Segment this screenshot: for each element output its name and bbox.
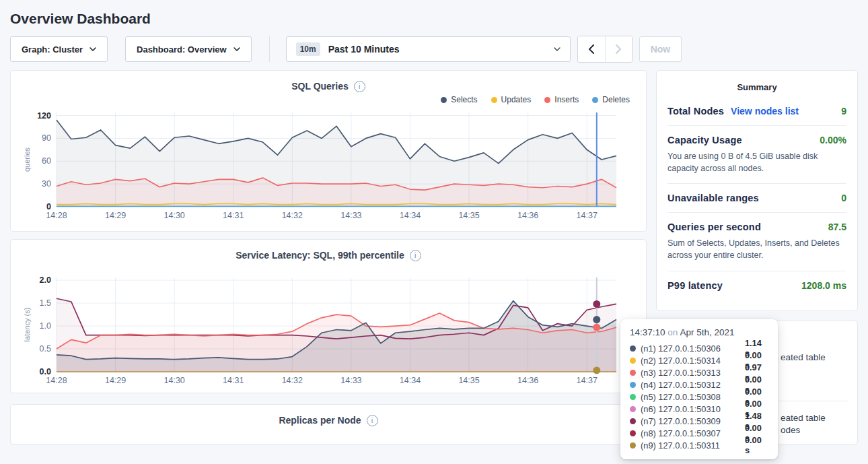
view-nodes-list-link[interactable]: View nodes list	[731, 106, 799, 117]
legend-dot	[544, 97, 550, 103]
summary-label: P99 latency	[667, 280, 723, 291]
chevron-down-icon	[89, 47, 96, 51]
event-text-fragment: eated table	[781, 352, 826, 362]
time-next-button[interactable]	[605, 36, 632, 62]
svg-text:0.5: 0.5	[40, 344, 51, 354]
time-prev-button[interactable]	[578, 36, 605, 62]
summary-value: 0.00%	[820, 135, 846, 145]
node-color-dot	[630, 418, 636, 424]
summary-panel: Summary Total Nodes View nodes list 9 Ca…	[656, 70, 858, 311]
chevron-down-icon	[554, 47, 560, 51]
node-address: (n4) 127.0.0.1:50312	[641, 380, 740, 390]
node-address: (n3) 127.0.0.1:50313	[641, 368, 740, 378]
events-divider	[771, 401, 848, 401]
node-color-dot	[630, 442, 636, 449]
dashboard-dropdown[interactable]: Dashboard: Overview	[125, 36, 252, 62]
summary-label: Capacity Usage	[667, 135, 742, 145]
svg-text:queries: queries	[23, 147, 31, 172]
legend-item-updates: Updates	[491, 95, 532, 104]
svg-text:14:28: 14:28	[46, 211, 67, 220]
crosshair-dot	[593, 316, 600, 323]
legend-dot	[592, 97, 598, 103]
svg-text:14:33: 14:33	[340, 211, 361, 220]
summary-heading: Summary	[667, 71, 846, 97]
chevron-down-icon	[233, 47, 240, 51]
svg-text:14:31: 14:31	[223, 211, 244, 220]
chevron-right-icon	[615, 44, 622, 54]
chart-header: SQL Queries	[22, 79, 635, 94]
replicas-per-node-panel: Replicas per Node	[10, 404, 647, 444]
svg-text:14:32: 14:32	[282, 211, 303, 220]
svg-text:14:29: 14:29	[105, 211, 126, 220]
node-color-dot	[630, 358, 636, 364]
sql-queries-svg: 14:2814:2914:3014:3114:3214:3314:3414:35…	[22, 107, 635, 223]
node-color-dot	[630, 394, 636, 400]
svg-text:30: 30	[42, 179, 51, 189]
svg-text:14:28: 14:28	[46, 376, 67, 385]
crosshair-dot	[593, 366, 600, 374]
legend-dot	[441, 97, 447, 103]
info-icon[interactable]	[410, 250, 421, 261]
svg-text:0: 0	[46, 202, 51, 211]
summary-row-queries-per-second: Queries per second 87.5 Sum of Selects, …	[667, 212, 846, 270]
node-color-dot	[630, 382, 636, 388]
node-address: (n8) 127.0.0.1:50307	[641, 428, 740, 438]
tooltip-node-rows: (n1) 127.0.0.1:503061.14 s(n2) 127.0.0.1…	[630, 342, 768, 451]
legend-item-selects: Selects	[441, 95, 477, 104]
info-icon[interactable]	[354, 81, 365, 92]
crosshair-dot	[593, 324, 600, 331]
svg-text:14:33: 14:33	[340, 376, 361, 385]
node-address: (n2) 127.0.0.1:50314	[641, 356, 740, 366]
svg-text:14:32: 14:32	[282, 376, 303, 385]
overview-dashboard-page: Overview Dashboard Graph: Cluster Dashbo…	[0, 11, 868, 444]
svg-text:120: 120	[37, 111, 51, 121]
legend-label: Inserts	[554, 95, 579, 104]
summary-label: Queries per second	[667, 222, 761, 232]
node-address: (n1) 127.0.0.1:50306	[641, 343, 740, 354]
chart-header: Replicas per Node	[22, 413, 635, 428]
svg-text:14:29: 14:29	[105, 376, 126, 385]
sql-queries-chart[interactable]: 14:2814:2914:3014:3114:3214:3314:3414:35…	[22, 107, 635, 226]
tooltip-timestamp: 14:37:10 on Apr 5th, 2021	[630, 327, 768, 337]
summary-value: 87.5	[828, 222, 846, 232]
sql-queries-panel: SQL Queries SelectsUpdatesInsertsDeletes…	[10, 70, 647, 232]
legend-item-inserts: Inserts	[544, 95, 579, 104]
controls-bar: Graph: Cluster Dashboard: Overview 10m P…	[10, 36, 858, 62]
summary-row-p99-latency: P99 latency 1208.0 ms	[667, 271, 846, 300]
svg-text:1.5: 1.5	[40, 298, 51, 308]
svg-text:latency (s): latency (s)	[23, 308, 31, 342]
graph-dropdown[interactable]: Graph: Cluster	[10, 36, 108, 62]
svg-text:14:36: 14:36	[517, 211, 538, 220]
summary-description: Sum of Selects, Updates, Inserts, and De…	[667, 237, 846, 261]
time-range-label: Past 10 Minutes	[328, 44, 546, 55]
service-latency-panel: Service Latency: SQL, 99th percentile 14…	[10, 239, 647, 393]
svg-text:14:34: 14:34	[400, 211, 421, 220]
divider	[269, 36, 270, 62]
summary-description: You are using 0 B of 4.5 GiB usable disk…	[667, 150, 846, 174]
chevron-left-icon	[588, 44, 595, 54]
summary-row-unavailable-ranges: Unavailable ranges 0	[667, 183, 846, 212]
legend-item-deletes: Deletes	[592, 95, 630, 104]
time-range-dropdown[interactable]: 10m Past 10 Minutes	[286, 36, 571, 62]
now-button[interactable]: Now	[639, 36, 682, 62]
chart-title: Replicas per Node	[279, 415, 361, 426]
legend-dot	[491, 97, 497, 103]
node-color-dot	[630, 345, 636, 352]
service-latency-chart[interactable]: 14:2814:2914:3014:3114:3214:3314:3414:35…	[22, 272, 635, 391]
info-icon[interactable]	[367, 415, 378, 426]
svg-text:0.0: 0.0	[40, 367, 51, 376]
node-address: (n7) 127.0.0.1:50309	[641, 416, 740, 426]
svg-text:14:34: 14:34	[400, 376, 421, 385]
chart-title: SQL Queries	[291, 81, 349, 92]
summary-label: Unavailable ranges	[667, 193, 759, 203]
svg-text:14:37: 14:37	[577, 211, 598, 220]
summary-row-total-nodes: Total Nodes View nodes list 9	[667, 97, 846, 125]
summary-value: 1208.0 ms	[801, 280, 846, 291]
time-pager	[577, 36, 632, 63]
summary-row-capacity-usage: Capacity Usage 0.00% You are using 0 B o…	[667, 125, 846, 183]
svg-text:90: 90	[42, 133, 51, 143]
chart-hover-tooltip: 14:37:10 on Apr 5th, 2021 (n1) 127.0.0.1…	[620, 319, 778, 459]
dashboard-dropdown-label: Dashboard: Overview	[137, 44, 227, 55]
chart-legend: SelectsUpdatesInsertsDeletes	[22, 94, 635, 106]
time-range-badge: 10m	[296, 42, 320, 56]
